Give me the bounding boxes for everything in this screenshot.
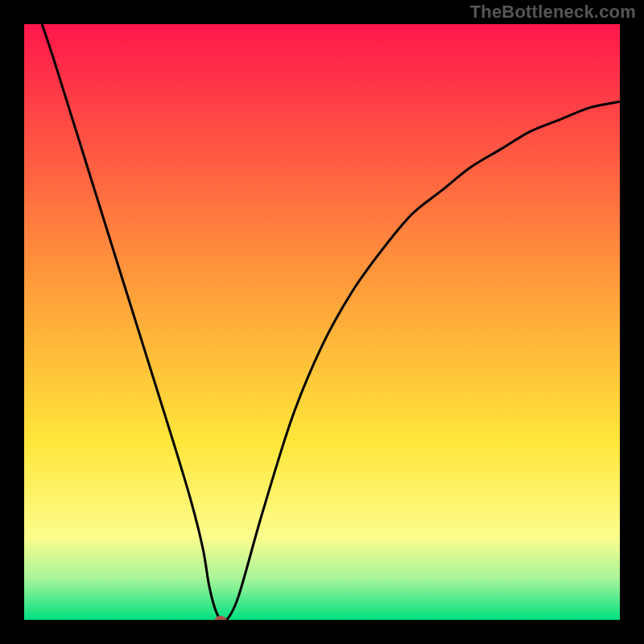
optimal-point-marker bbox=[215, 616, 226, 620]
chart-frame: TheBottleneck.com bbox=[0, 0, 644, 644]
curve-path bbox=[42, 24, 620, 620]
plot-area bbox=[24, 24, 620, 620]
watermark-text: TheBottleneck.com bbox=[470, 2, 636, 23]
bottleneck-curve bbox=[24, 24, 620, 620]
